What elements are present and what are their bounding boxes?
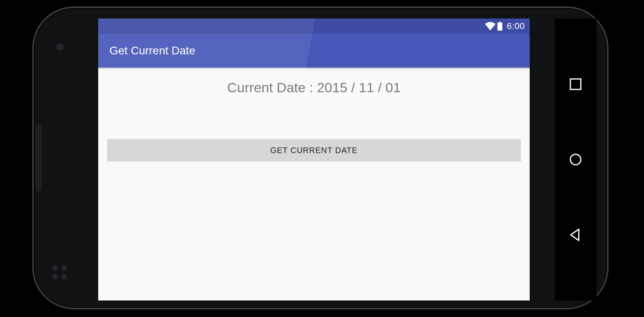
- device-frame: 6:00 Get Current Date Current Date : 201…: [32, 6, 609, 309]
- front-camera: [56, 44, 64, 51]
- screen: 6:00 Get Current Date Current Date : 201…: [98, 19, 530, 300]
- svg-rect-1: [497, 23, 502, 31]
- wifi-icon: [485, 22, 495, 31]
- app-bar: Get Current Date: [98, 34, 530, 68]
- earpiece: [35, 124, 42, 192]
- battery-icon: [497, 22, 503, 31]
- status-time: 6:00: [507, 21, 525, 31]
- system-nav-bar: [555, 19, 597, 300]
- svg-rect-2: [570, 79, 581, 89]
- app-title: Get Current Date: [109, 44, 195, 57]
- app-content: Current Date : 2015 / 11 / 01 GET CURREN…: [98, 68, 530, 162]
- current-date-text: Current Date : 2015 / 11 / 01: [107, 80, 521, 95]
- sensor-dots: [52, 265, 67, 280]
- back-button[interactable]: [568, 228, 583, 242]
- status-bar: 6:00: [98, 19, 530, 34]
- recent-apps-button[interactable]: [568, 77, 583, 91]
- svg-rect-0: [499, 22, 501, 23]
- home-button[interactable]: [568, 152, 583, 167]
- svg-point-3: [570, 154, 581, 165]
- get-current-date-button[interactable]: GET CURRENT DATE: [107, 139, 521, 162]
